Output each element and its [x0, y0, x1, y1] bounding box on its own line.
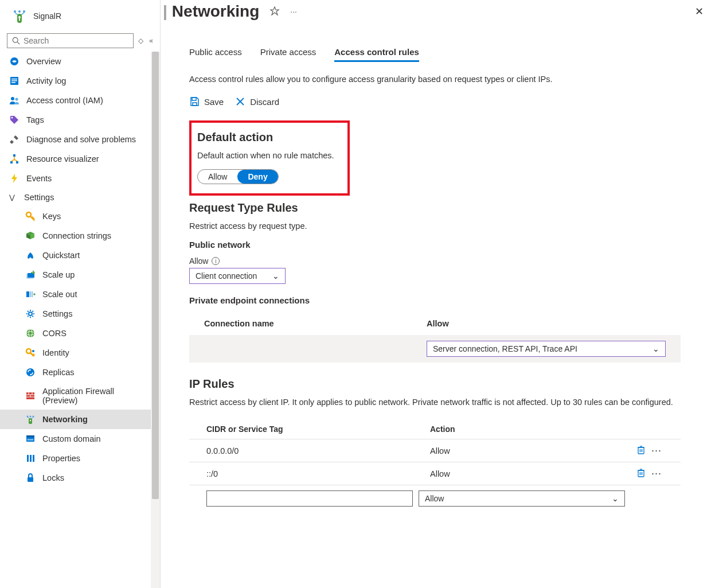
col-action: Action	[430, 425, 631, 434]
svg-point-13	[15, 98, 18, 101]
more-icon[interactable]: ···	[651, 468, 662, 480]
svg-point-26	[26, 329, 34, 337]
nav-list: Overview Activity log Access control (IA…	[0, 52, 160, 588]
svg-rect-18	[16, 161, 18, 163]
svg-rect-50	[193, 103, 197, 106]
pec-heading: Private endpoint connections	[189, 295, 681, 305]
favorite-icon[interactable]	[269, 6, 280, 18]
svg-point-29	[26, 349, 31, 353]
service-name: SignalR	[33, 11, 61, 21]
svg-line-6	[17, 42, 19, 44]
tags-icon	[9, 115, 19, 125]
nav-scale-up[interactable]: Scale up	[0, 265, 151, 285]
nav-settings[interactable]: Settings	[0, 304, 151, 324]
close-icon[interactable]: ✕	[695, 5, 704, 18]
allow-text: Allow	[189, 256, 208, 266]
svg-point-3	[18, 16, 21, 18]
delete-icon[interactable]	[636, 468, 646, 479]
nav-label: Tags	[26, 115, 145, 124]
search-row: ◇ «	[0, 30, 160, 52]
nav-cors[interactable]: CORS	[0, 324, 151, 343]
nav-label: Quickstart	[42, 251, 145, 260]
search-box[interactable]	[7, 33, 134, 48]
save-icon	[189, 96, 200, 107]
svg-rect-47	[33, 455, 34, 462]
toggle-allow[interactable]: Allow	[198, 170, 237, 184]
nav-label: Settings	[42, 309, 145, 318]
nav-label: Application Firewall (Preview)	[42, 387, 145, 405]
ip-action-select[interactable]: Allow ⌄	[419, 490, 625, 507]
svg-rect-4	[19, 18, 20, 21]
toggle-deny[interactable]: Deny	[237, 170, 278, 184]
svg-rect-11	[11, 82, 15, 83]
default-action-title: Default action	[197, 131, 342, 144]
default-action-toggle[interactable]: Allow Deny	[197, 169, 279, 184]
ip-rule-row: 0.0.0.0/0 Allow ···	[189, 439, 681, 462]
nav-label: Identity	[42, 348, 145, 357]
nav-label: Settings	[24, 193, 145, 202]
events-icon	[9, 173, 19, 184]
svg-rect-22	[26, 291, 29, 297]
nav-tags[interactable]: Tags	[0, 110, 151, 130]
nav-keys[interactable]: Keys	[0, 207, 151, 226]
svg-rect-49	[192, 98, 196, 100]
nav-activity-log[interactable]: Activity log	[0, 71, 151, 91]
more-icon[interactable]: ···	[651, 445, 662, 457]
nav-connection-strings[interactable]: Connection strings	[0, 226, 151, 246]
replicas-icon	[25, 367, 36, 377]
nav-settings-group[interactable]: ⋁ Settings	[0, 188, 151, 207]
nav-label: Scale out	[42, 290, 145, 299]
pec-row: Server connection, REST API, Trace API ⌄	[189, 335, 681, 363]
tab-public-access[interactable]: Public access	[189, 44, 242, 62]
nav-overview[interactable]: Overview	[0, 52, 151, 71]
ip-cidr-input[interactable]	[206, 490, 413, 507]
search-icon	[12, 37, 20, 45]
nav-access-control[interactable]: Access control (IAM)	[0, 91, 151, 110]
nav-app-firewall[interactable]: Application Firewall (Preview)	[0, 382, 151, 410]
svg-rect-45	[27, 455, 29, 462]
col-connection-name: Connection name	[204, 319, 427, 328]
sort-icon[interactable]: ◇	[137, 36, 144, 46]
nav-events[interactable]: Events	[0, 169, 151, 188]
nav-diagnose[interactable]: Diagnose and solve problems	[0, 130, 151, 149]
nav-label: Resource visualizer	[26, 154, 145, 163]
title-prefix: |	[163, 2, 167, 21]
nav-locks[interactable]: Locks	[0, 468, 151, 488]
public-network-select[interactable]: Client connection ⌄	[189, 268, 286, 284]
nav-scale-out[interactable]: Scale out	[0, 285, 151, 304]
save-button[interactable]: Save	[189, 96, 224, 107]
scale-up-icon	[25, 270, 36, 280]
svg-point-1	[18, 10, 21, 13]
nav-quickstart[interactable]: Quickstart	[0, 246, 151, 265]
info-icon[interactable]: i	[212, 257, 220, 265]
nav-resource-visualizer[interactable]: Resource visualizer	[0, 149, 151, 169]
nav-label: Access control (IAM)	[26, 96, 145, 105]
main-body: Public access Private access Access cont…	[161, 21, 715, 588]
nav-custom-domain[interactable]: www Custom domain	[0, 429, 151, 449]
tab-access-control-rules[interactable]: Access control rules	[334, 44, 419, 62]
nav-identity[interactable]: Identity	[0, 343, 151, 363]
nav-label: Diagnose and solve problems	[26, 135, 145, 144]
nav-properties[interactable]: Properties	[0, 449, 151, 468]
discard-button[interactable]: Discard	[235, 96, 279, 107]
more-icon[interactable]: ···	[290, 7, 297, 16]
svg-rect-17	[10, 161, 13, 163]
ip-action: Allow	[430, 469, 631, 478]
chevron-down-icon: ⌄	[272, 271, 279, 281]
default-action-section: Default action Default action when no ru…	[189, 120, 350, 196]
ip-cidr: ::/0	[206, 469, 424, 478]
custom-domain-icon: www	[25, 434, 36, 444]
nav-networking[interactable]: Networking	[0, 410, 151, 429]
tab-private-access[interactable]: Private access	[260, 44, 317, 62]
svg-point-12	[11, 97, 14, 100]
nav-replicas[interactable]: Replicas	[0, 363, 151, 382]
sidebar-header: SignalR	[0, 0, 160, 30]
search-input[interactable]	[24, 36, 128, 45]
svg-rect-16	[13, 154, 15, 157]
pec-allow-select[interactable]: Server connection, REST API, Trace API ⌄	[427, 341, 666, 357]
scrollbar[interactable]	[151, 52, 160, 588]
ip-table-header: CIDR or Service Tag Action	[189, 419, 681, 439]
chevron-down-icon: ⋁	[9, 193, 17, 201]
collapse-icon[interactable]: «	[148, 36, 154, 46]
delete-icon[interactable]	[636, 445, 646, 456]
